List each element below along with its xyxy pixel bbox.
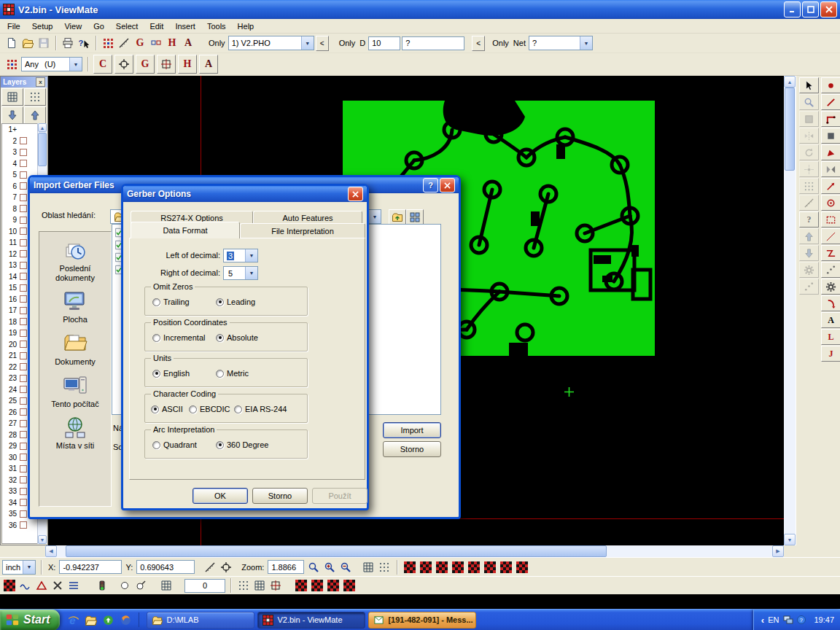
menu-select[interactable]: Select [110, 20, 144, 32]
target-box-icon[interactable] [157, 55, 176, 74]
radio-quadrant[interactable]: Quadrant [152, 440, 197, 449]
layer-row[interactable]: 2 [2, 136, 38, 147]
close-button[interactable] [820, 1, 837, 18]
layer-color-swatch[interactable] [20, 318, 27, 325]
layer-color-swatch[interactable] [20, 194, 27, 201]
save-icon[interactable] [36, 36, 51, 50]
layer-up-icon[interactable] [799, 228, 819, 244]
origin-target-icon[interactable] [219, 560, 233, 575]
apply-button[interactable]: Použít [312, 488, 368, 504]
sketch-points-icon[interactable] [821, 262, 840, 278]
text-tool-icon[interactable]: A [821, 312, 840, 328]
select-rect-icon[interactable] [821, 211, 840, 228]
info-icon[interactable] [799, 279, 819, 295]
x-coordinate-field[interactable]: -0.942237 [59, 560, 122, 574]
menu-edit[interactable]: Edit [144, 20, 169, 32]
tab-auto-features[interactable]: Auto Features [253, 211, 362, 224]
layer-pattern-icon[interactable] [310, 578, 324, 593]
menu-view[interactable]: View [58, 20, 88, 32]
views-icon[interactable] [406, 209, 424, 225]
tab-file-interpretation[interactable]: File Interpretation [240, 223, 365, 238]
triangle-icon[interactable] [34, 578, 49, 593]
chevron-down-icon[interactable]: ▼ [69, 58, 82, 71]
layer-color-swatch[interactable] [20, 205, 27, 212]
zoom-in-icon[interactable] [322, 560, 337, 575]
radio-absolute[interactable]: Absolute [216, 333, 258, 342]
grid-lines-icon[interactable] [252, 578, 267, 593]
hook-tool-icon[interactable]: J [821, 346, 840, 362]
draw-line-icon[interactable] [821, 94, 840, 110]
layer-color-swatch[interactable] [20, 397, 27, 405]
layer-up-icon[interactable] [24, 106, 46, 124]
layer-color-swatch[interactable] [20, 171, 27, 179]
zoom-select-icon[interactable] [306, 560, 321, 575]
radio-ascii[interactable]: ASCII [151, 405, 183, 413]
start-button[interactable]: Start [0, 610, 60, 630]
up-one-level-icon[interactable] [389, 209, 406, 225]
help-button[interactable]: ? [423, 178, 438, 192]
radio-eia-rs-244[interactable]: EIA RS-244 [234, 405, 287, 413]
only-d-label[interactable]: Only [339, 39, 356, 47]
mirror-icon[interactable] [821, 161, 840, 177]
grid-toggle-icon[interactable] [361, 560, 376, 575]
menu-tools[interactable]: Tools [201, 20, 232, 32]
layer-color-swatch[interactable] [20, 341, 27, 348]
chevron-down-icon[interactable]: ▼ [245, 267, 257, 279]
task-191-482-091-mess[interactable]: [191-482-091] - Mess... [368, 612, 476, 629]
scroll-down-icon[interactable]: ▼ [784, 534, 796, 545]
target-box-icon[interactable] [268, 578, 283, 593]
maximize-button[interactable] [802, 1, 819, 18]
dcode-query-field[interactable]: ? [402, 36, 464, 50]
new-file-icon[interactable] [4, 36, 19, 50]
layer-pattern-icon[interactable] [483, 560, 497, 575]
snap-icon[interactable] [799, 161, 819, 177]
highlight-h-icon[interactable]: H [165, 36, 179, 50]
aperture-a-icon[interactable]: A [181, 36, 195, 50]
layer-color-swatch[interactable] [20, 408, 27, 416]
place-desktop[interactable]: Plocha [42, 289, 109, 324]
zoom-field[interactable]: 1.8866 [268, 560, 304, 574]
layer-pattern-icon[interactable] [435, 560, 449, 575]
label-tool-icon[interactable]: L [821, 329, 840, 345]
net-select[interactable]: ? ▼ [529, 36, 593, 50]
scroll-up-icon[interactable]: ▲ [38, 123, 47, 132]
lines-icon[interactable] [66, 578, 81, 593]
ball-tray-icon[interactable]: ? [796, 614, 807, 626]
draw-point-icon[interactable] [821, 77, 840, 93]
layer-color-swatch[interactable] [20, 284, 27, 292]
measure-ruler-icon[interactable] [117, 36, 131, 50]
place-computer[interactable]: Tento počítač [42, 373, 109, 409]
layer-row[interactable]: 3 [2, 147, 38, 158]
close-icon[interactable]: x [36, 77, 45, 87]
folder-quicklaunch-icon[interactable] [83, 612, 98, 627]
place-recent[interactable]: Poslední dokumenty [42, 238, 109, 282]
close-button[interactable] [348, 187, 363, 201]
scroll-down-icon[interactable]: ▼ [38, 535, 47, 544]
query-icon[interactable]: ? [799, 211, 819, 228]
draw-circle-icon[interactable] [821, 195, 840, 211]
radio-trailing[interactable]: Trailing [152, 298, 190, 306]
ie-quicklaunch-icon[interactable]: e [66, 612, 80, 627]
scroll-thumb[interactable] [66, 545, 607, 557]
layer-color-swatch[interactable] [20, 375, 27, 382]
layer-color-swatch[interactable] [20, 510, 27, 518]
layer-color-swatch[interactable] [20, 307, 27, 314]
draw-rectangle-icon[interactable] [821, 128, 840, 144]
plated-hole-icon[interactable] [133, 578, 148, 593]
layer-color-swatch[interactable] [20, 295, 27, 303]
only-net-label[interactable]: Only [492, 39, 509, 47]
radio-english[interactable]: English [152, 369, 190, 378]
layer-color-swatch[interactable] [20, 488, 27, 495]
layer-color-swatch[interactable] [20, 420, 27, 427]
cancel-button[interactable]: Storno [252, 488, 308, 504]
layer-pattern-icon[interactable] [342, 578, 357, 593]
layer-color-swatch[interactable] [20, 137, 27, 144]
round-pad-icon[interactable] [117, 578, 132, 593]
menu-setup[interactable]: Setup [26, 20, 59, 32]
component-c-icon[interactable]: C [93, 55, 112, 74]
layer-color-swatch[interactable] [20, 330, 27, 337]
scroll-thumb[interactable] [785, 88, 795, 171]
highlight-h-icon[interactable]: H [178, 55, 197, 74]
layer-color-swatch[interactable] [20, 386, 27, 393]
collapse-tray-icon[interactable]: ‹ [761, 615, 764, 625]
